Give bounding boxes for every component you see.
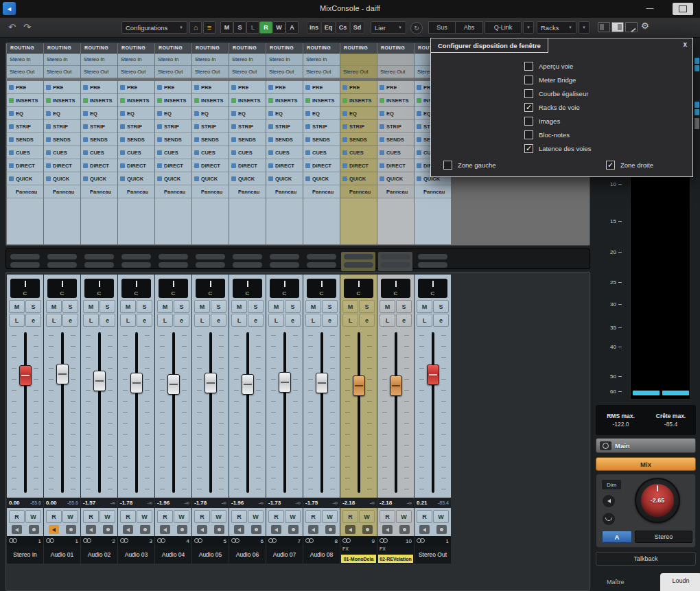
channel-strip[interactable]: ROUTING Stereo In Stereo Out PREINSERTSE… <box>81 43 117 589</box>
dim-button[interactable]: Dim <box>602 480 621 489</box>
presets-button[interactable]: ⌂ <box>189 21 202 34</box>
mute-button[interactable]: M <box>305 300 321 313</box>
rack-row-pre[interactable]: PRE <box>155 81 191 94</box>
listen-button[interactable]: L <box>268 314 284 327</box>
channel-name[interactable]: Audio 05 Audio 05 <box>192 546 229 564</box>
qlink-dropdown[interactable]: ▼ <box>523 21 534 34</box>
configurations-dropdown[interactable]: Configurations ▼ <box>121 21 187 34</box>
solo-button[interactable]: S <box>100 300 115 313</box>
solo-button[interactable]: S <box>211 300 226 313</box>
routing-output[interactable]: Stereo Out <box>44 66 80 78</box>
fader-handle[interactable] <box>205 373 217 393</box>
rack-row-inserts[interactable]: INSERTS <box>118 94 154 107</box>
solo-button[interactable]: S <box>396 300 412 313</box>
rack-row-quick[interactable]: QUICK <box>192 172 229 185</box>
listen-all-button[interactable]: L <box>246 21 259 34</box>
rack-row-sends[interactable]: SENDS <box>7 133 43 146</box>
rack-row-sends[interactable]: SENDS <box>266 133 303 146</box>
rack-row-pre[interactable]: PRE <box>118 81 154 94</box>
fader-db-value[interactable]: -1.73 <box>268 500 281 506</box>
rack-row-pre[interactable]: PRE <box>266 81 303 94</box>
window-setup-button[interactable] <box>625 22 638 32</box>
rack-row-sends[interactable]: SENDS <box>229 133 266 146</box>
rack-row-eq[interactable]: EQ <box>155 107 191 120</box>
fader-db-value[interactable]: -1.75 <box>305 500 318 506</box>
gear-icon[interactable]: ⚙ <box>641 21 649 31</box>
fader-handle[interactable] <box>279 372 291 393</box>
rack-row-quick[interactable]: QUICK <box>7 172 43 185</box>
channel-name[interactable]: Audio 03 Audio 03 <box>118 546 154 564</box>
fader-track[interactable] <box>377 329 414 496</box>
rack-row-direct[interactable]: DIRECT <box>266 159 303 172</box>
peak-value[interactable]: -∞ <box>259 500 264 505</box>
titlebar[interactable]: ◄ MixConsole - daiff — <box>0 0 700 18</box>
bypass-eq-button[interactable]: Eq <box>321 21 336 34</box>
read-all-button[interactable]: R <box>259 21 272 34</box>
rack-row-sends[interactable]: SENDS <box>155 133 191 146</box>
routing-input[interactable]: Stereo In <box>303 54 340 66</box>
talkback-button[interactable]: Talkback <box>596 552 696 566</box>
edit-button[interactable]: e <box>359 314 375 327</box>
routing-input[interactable] <box>340 54 377 66</box>
rack-row-direct[interactable]: DIRECT <box>155 159 191 172</box>
rack-row-inserts[interactable]: INSERTS <box>7 94 43 107</box>
rack-header-routing[interactable]: ROUTING <box>266 43 303 54</box>
rack-row-panneau[interactable]: Panneau <box>81 185 117 198</box>
routing-input[interactable]: Stereo In <box>192 54 229 66</box>
pan-control[interactable]: C <box>10 279 40 298</box>
rack-row-pre[interactable]: PRE <box>303 81 340 94</box>
rack-row-pre[interactable]: PRE <box>7 81 43 94</box>
mute-button[interactable]: M <box>9 300 25 313</box>
peak-value[interactable]: -∞ <box>222 500 226 505</box>
channel-strip[interactable]: ROUTING Stereo In Stereo Out PREINSERTSE… <box>229 43 266 589</box>
rack-row-cues[interactable]: CUES <box>303 146 340 159</box>
listen-button[interactable]: L <box>417 314 432 327</box>
rack-row-inserts[interactable]: INSERTS <box>44 94 80 107</box>
fader-track[interactable] <box>192 329 229 496</box>
monitor-button[interactable] <box>308 525 318 534</box>
fader-track[interactable] <box>155 329 191 496</box>
rack-row-panneau[interactable]: Panneau <box>303 185 340 198</box>
write-automation-button[interactable]: W <box>62 510 78 523</box>
mute-button[interactable]: M <box>157 300 173 313</box>
fader-track[interactable] <box>7 329 43 496</box>
rack-row-inserts[interactable]: INSERTS <box>266 94 303 107</box>
read-automation-button[interactable]: R <box>305 510 321 523</box>
rack-row-strip[interactable]: STRIP <box>155 120 191 133</box>
mute-button[interactable]: M <box>120 300 136 313</box>
right-zone-toggle[interactable] <box>611 22 624 32</box>
rack-row-direct[interactable]: DIRECT <box>303 159 340 172</box>
rack-row-panneau[interactable]: Panneau <box>377 185 414 198</box>
write-automation-button[interactable]: W <box>100 510 115 523</box>
rack-row-strip[interactable]: STRIP <box>229 120 266 133</box>
edit-button[interactable]: e <box>322 314 338 327</box>
peak-value[interactable]: -∞ <box>333 500 338 505</box>
routing-input[interactable]: Stereo In <box>44 54 80 66</box>
channel-strip[interactable]: ROUTING Stereo In Stereo Out PREINSERTSE… <box>7 43 43 589</box>
routing-input[interactable]: Stereo In <box>155 54 191 66</box>
mute-button[interactable]: M <box>268 300 284 313</box>
zone-right-box[interactable]: ✓ Zone droite <box>606 161 653 170</box>
monitor-button[interactable] <box>382 525 393 534</box>
rack-row-pre[interactable]: PRE <box>340 81 377 94</box>
rack-row-quick[interactable]: QUICK <box>118 172 154 185</box>
rack-row-inserts[interactable]: INSERTS <box>192 94 229 107</box>
routing-output[interactable]: Stereo Out <box>81 66 117 78</box>
record-enable-button[interactable] <box>251 525 261 534</box>
record-enable-button[interactable] <box>288 525 299 534</box>
rack-row-inserts[interactable]: INSERTS <box>81 94 117 107</box>
bypass-strip-button[interactable]: Cs <box>336 21 350 34</box>
functions-menu-button[interactable]: ≡ <box>203 21 215 34</box>
redo-icon[interactable]: ↷ <box>23 21 31 34</box>
routing-input[interactable] <box>377 54 414 66</box>
monitor-button[interactable] <box>123 525 133 534</box>
rack-row-strip[interactable]: STRIP <box>118 120 154 133</box>
rack-row-pre[interactable]: PRE <box>229 81 266 94</box>
rack-row-strip[interactable]: STRIP <box>192 120 229 133</box>
rack-row-sends[interactable]: SENDS <box>377 133 414 146</box>
routing-input[interactable]: Stereo In <box>266 54 303 66</box>
write-automation-button[interactable]: W <box>396 510 412 523</box>
pan-control[interactable]: C <box>159 279 188 298</box>
checkbox[interactable]: ✓ <box>606 161 615 170</box>
listen-button[interactable]: L <box>342 314 358 327</box>
